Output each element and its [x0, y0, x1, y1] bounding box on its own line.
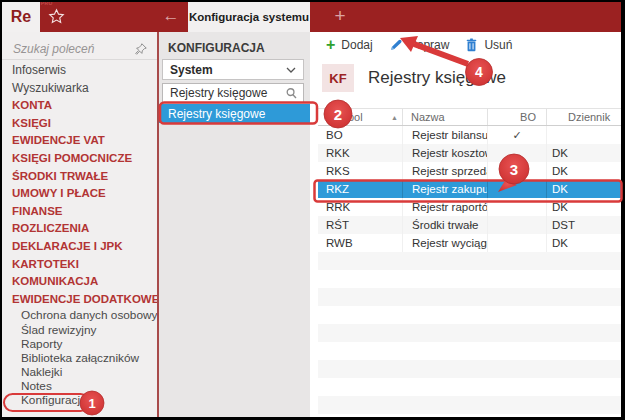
column-header-dziennik[interactable]: Dziennik	[547, 109, 623, 125]
empty-row	[318, 324, 623, 342]
sidebar-item-rozliczenia[interactable]: ROZLICZENIA	[0, 220, 157, 238]
empty-row	[318, 360, 623, 378]
empty-row	[318, 270, 623, 288]
sidebar-item-notes[interactable]: Notes	[0, 379, 157, 393]
sidebar-item-ksiegi[interactable]: KSIĘGI	[0, 115, 157, 133]
sidebar-item-konta[interactable]: KONTA	[0, 97, 157, 115]
logo-text: Re	[11, 8, 31, 26]
delete-button[interactable]: Usuń	[465, 38, 512, 52]
toolbar: + Dodaj Popraw Usuń	[310, 32, 625, 58]
sidebar-item-infoserwis[interactable]: Infoserwis	[0, 62, 157, 80]
column-header-bo[interactable]: BO	[488, 109, 547, 125]
table-row-rst[interactable]: RŚT Środki trwałe DST	[318, 216, 623, 234]
config-selected-label: Rejestry księgowe	[159, 107, 265, 121]
sidebar-item-raporty[interactable]: Raporty	[0, 337, 157, 351]
registers-table: Symbol ▲ Nazwa BO Dziennik BO Rejestr bi…	[318, 108, 623, 414]
trash-icon	[465, 38, 478, 52]
screenshot-border	[621, 0, 625, 420]
empty-row	[318, 288, 623, 306]
empty-row	[318, 342, 623, 360]
config-scope-dropdown[interactable]: System	[162, 59, 304, 80]
sidebar-item-naklejki[interactable]: Naklejki	[0, 365, 157, 379]
chevron-down-icon	[283, 62, 299, 78]
config-search-input[interactable]: Rejestry księgowe	[162, 83, 304, 103]
table-header-row: Symbol ▲ Nazwa BO Dziennik	[318, 108, 623, 126]
page-header: KF Rejestry księgowe	[322, 64, 506, 92]
sidebar-item-komunikacja[interactable]: KOMUNIKACJA	[0, 273, 157, 291]
sidebar-item-konfiguracja[interactable]: Konfiguracja	[0, 393, 157, 407]
sidebar-menu: Infoserwis Wyszukiwarka KONTA KSIĘGI EWI…	[0, 62, 157, 408]
table-row-rks[interactable]: RKS Rejestr sprzedaży DK	[318, 162, 623, 180]
module-badge: KF	[322, 64, 354, 92]
delete-button-label: Usuń	[484, 38, 512, 52]
sidebar-search-placeholder: Szukaj poleceń	[0, 42, 134, 56]
back-arrow-icon[interactable]: ←	[158, 5, 184, 27]
config-scope-value: System	[163, 63, 283, 77]
empty-row	[318, 252, 623, 270]
add-button-label: Dodaj	[341, 38, 372, 52]
plus-icon: +	[326, 37, 335, 53]
sidebar-item-umowy-i-place[interactable]: UMOWY I PŁACE	[0, 185, 157, 203]
edit-button[interactable]: Popraw	[389, 38, 450, 52]
sidebar-item-ewidencje-vat[interactable]: EWIDENCJE VAT	[0, 132, 157, 150]
column-header-nazwa[interactable]: Nazwa	[403, 109, 488, 125]
tab-label: Konfiguracja systemu	[189, 11, 309, 23]
table-row-rkk[interactable]: RKK Rejestr kosztowy DK	[318, 144, 623, 162]
sidebar: Szukaj poleceń Infoserwis Wyszukiwarka K…	[0, 32, 157, 420]
sidebar-item-ksiegi-pomocnicze[interactable]: KSIĘGI POMOCNICZE	[0, 150, 157, 168]
table-row-bo[interactable]: BO Rejestr bilansu o... ✓	[318, 126, 623, 144]
configuration-panel: KONFIGURACJA System Rejestry księgowe Re…	[159, 32, 310, 420]
pencil-icon	[389, 38, 403, 52]
config-search-value: Rejestry księgowe	[163, 86, 284, 100]
edit-button-label: Popraw	[409, 38, 450, 52]
table-row-rkz-selected[interactable]: RKZ Rejestr zakupu DK	[318, 180, 623, 198]
table-row-rwb[interactable]: RWB Rejestr wyciągó... DK	[318, 234, 623, 252]
sidebar-item-biblioteka-zalacznikow[interactable]: Biblioteka załączników	[0, 351, 157, 365]
sidebar-item-wyszukiwarka[interactable]: Wyszukiwarka	[0, 80, 157, 98]
checkmark-icon: ✓	[488, 126, 547, 144]
new-tab-plus-icon[interactable]: +	[328, 3, 352, 29]
column-header-symbol[interactable]: Symbol ▲	[318, 109, 403, 125]
sidebar-item-srodki-trwale[interactable]: ŚRODKI TRWAŁE	[0, 168, 157, 186]
empty-row	[318, 306, 623, 324]
add-button[interactable]: + Dodaj	[326, 37, 373, 53]
sidebar-item-finanse[interactable]: FINANSE	[0, 203, 157, 221]
pin-icon[interactable]	[134, 42, 148, 56]
main-panel: + Dodaj Popraw Usuń	[310, 32, 625, 420]
sort-ascending-icon: ▲	[391, 114, 398, 121]
screenshot-border	[0, 0, 2, 420]
app-window: Re PRO ← Konfiguracja systemu + Szukaj p…	[0, 0, 625, 420]
sidebar-item-slad-rewizyjny[interactable]: Ślad rewizyjny	[0, 323, 157, 337]
sidebar-item-deklaracje-i-jpk[interactable]: DEKLARACJE I JPK	[0, 238, 157, 256]
title-bar: Re PRO ← Konfiguracja systemu +	[0, 0, 625, 32]
sidebar-item-ochrona-danych-osobowych[interactable]: Ochrona danych osobowych	[0, 308, 157, 322]
favorites-star-icon[interactable]	[48, 8, 65, 25]
sidebar-item-kartoteki[interactable]: KARTOTEKI	[0, 256, 157, 274]
app-logo[interactable]: Re PRO	[2, 2, 40, 32]
page-title: Rejestry księgowe	[368, 68, 506, 88]
screenshot-border	[0, 0, 625, 2]
search-icon[interactable]	[284, 86, 299, 101]
sidebar-search-box[interactable]: Szukaj poleceń	[0, 38, 157, 60]
configuration-panel-title: KONFIGURACJA	[168, 41, 265, 55]
empty-row	[318, 378, 623, 396]
tab-konfiguracja-systemu[interactable]: Konfiguracja systemu	[188, 2, 310, 32]
sidebar-item-ewidencje-dodatkowe[interactable]: EWIDENCJE DODATKOWE	[0, 291, 157, 309]
table-row-rrk[interactable]: RRK Rejestr raportów... DK	[318, 198, 623, 216]
empty-row	[318, 396, 623, 414]
config-list-item-rejestry-ksiegowe-selected[interactable]: Rejestry księgowe	[159, 104, 310, 123]
